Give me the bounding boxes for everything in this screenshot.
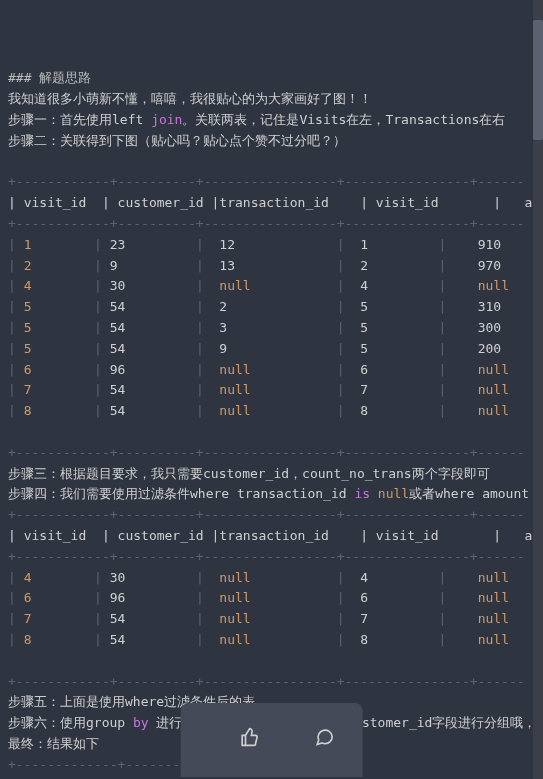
table2-header: | visit_id | customer_id |transaction_id… [8, 528, 543, 543]
table-row: | 7 | 54 | null | 7 | null [8, 382, 509, 397]
table1-sep: +------------+----------+---------------… [8, 445, 525, 460]
table2-sep: +------------+----------+---------------… [8, 674, 525, 689]
table2-sep: +------------+----------+---------------… [8, 507, 525, 522]
step-4: 步骤四：我们需要使用过滤条件where transaction_id is nu… [8, 486, 543, 501]
scrollbar-thumb[interactable] [533, 20, 543, 140]
floating-toolbar [180, 703, 363, 777]
table-row: | 5 | 54 | 9 | 5 | 200 [8, 341, 501, 356]
vertical-scrollbar[interactable] [533, 0, 543, 779]
table-row: | 6 | 96 | null | 6 | null [8, 362, 509, 377]
comment-icon[interactable] [284, 707, 335, 775]
table1-sep: +------------+----------+---------------… [8, 216, 525, 231]
table-row: | 5 | 54 | 2 | 5 | 310 [8, 299, 501, 314]
table-row: | 4 | 30 | null | 4 | null [8, 570, 509, 585]
section-heading: ### 解题思路 [8, 70, 91, 85]
like-icon[interactable] [208, 707, 259, 775]
step-2: 步骤二：关联得到下图（贴心吗？贴心点个赞不过分吧？） [8, 133, 346, 148]
table-row: | 7 | 54 | null | 7 | null [8, 611, 509, 626]
intro-text: 我知道很多小萌新不懂，嘻嘻，我很贴心的为大家画好了图！！ [8, 91, 372, 106]
table-row: | 2 | 9 | 13 | 2 | 970 [8, 258, 501, 273]
table1-sep: +------------+----------+---------------… [8, 174, 525, 189]
table-row: | 1 | 23 | 12 | 1 | 910 [8, 237, 501, 252]
table2-sep: +------------+----------+---------------… [8, 549, 525, 564]
table-row: | 8 | 54 | null | 8 | null [8, 403, 509, 418]
article-body: ### 解题思路 我知道很多小萌新不懂，嘻嘻，我很贴心的为大家画好了图！！ 步骤… [8, 68, 535, 779]
table1-header: | visit_id | customer_id |transaction_id… [8, 195, 543, 210]
table-row: | 8 | 54 | null | 8 | null [8, 632, 509, 647]
final-label: 最终：结果如下 [8, 736, 99, 751]
table-row: | 6 | 96 | null | 6 | null [8, 590, 509, 605]
step-1: 步骤一：首先使用left join。关联两表，记住是Visits在左，Trans… [8, 112, 505, 127]
step-3: 步骤三：根据题目要求，我只需要customer_id，count_no_tran… [8, 466, 490, 481]
table-row: | 4 | 30 | null | 4 | null [8, 278, 509, 293]
table-row: | 5 | 54 | 3 | 5 | 300 [8, 320, 501, 335]
